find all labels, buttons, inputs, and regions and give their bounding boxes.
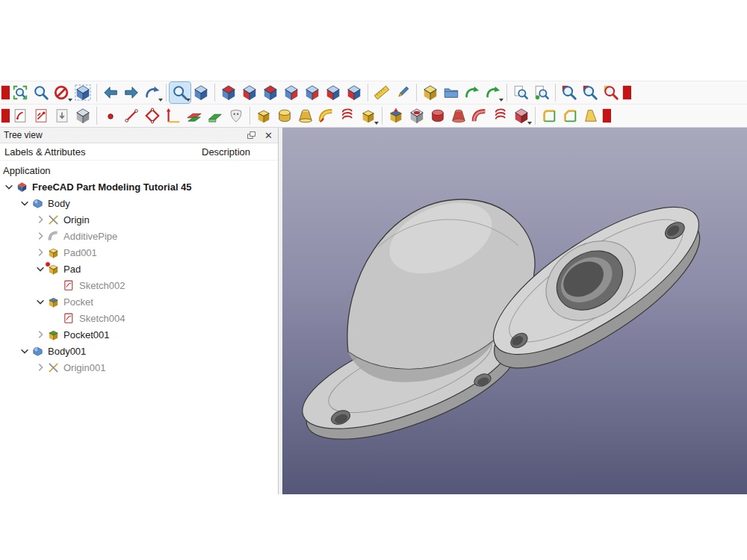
subtractive-pipe-button[interactable] <box>469 105 490 126</box>
column-description[interactable]: Description <box>202 146 250 158</box>
make-link-button[interactable] <box>462 82 483 103</box>
tree-item-body[interactable]: Body <box>0 195 278 211</box>
toolbar-overflow-right-icon <box>622 84 631 101</box>
view-left-button[interactable] <box>344 82 365 103</box>
revolution-button[interactable] <box>274 105 295 126</box>
tree-item-origin[interactable]: Origin <box>0 211 278 228</box>
tree-item-pad[interactable]: Pad <box>0 261 278 277</box>
go-to-linked-object-button[interactable] <box>510 82 531 103</box>
additive-menu-button[interactable] <box>358 105 379 126</box>
expander-closed-icon[interactable] <box>34 230 46 242</box>
create-datum-plane-button[interactable] <box>142 105 163 126</box>
doc-icon <box>16 181 28 193</box>
expander-closed-icon[interactable] <box>34 246 46 258</box>
groove-button[interactable] <box>427 105 448 126</box>
toolbar-overflow-right-2-button[interactable] <box>601 105 611 126</box>
nav-forward-icon <box>123 84 140 101</box>
nav-back-button[interactable] <box>100 82 121 103</box>
additive-loft-button[interactable] <box>295 105 316 126</box>
subtractive-helix-icon <box>492 108 509 124</box>
toolbar-overflow-left-button[interactable] <box>0 82 10 103</box>
additive-pipe-button[interactable] <box>316 105 337 126</box>
tree-item-pad001[interactable]: Pad001 <box>0 244 278 261</box>
expander-open-icon[interactable] <box>34 296 46 308</box>
expander-open-icon[interactable] <box>19 197 31 209</box>
view-right-button[interactable] <box>281 82 302 103</box>
freecad-window: Tree view ✕ Labels & Attributes Descript <box>0 0 747 560</box>
expander-closed-icon[interactable] <box>34 214 46 225</box>
tree-item-sketch004[interactable]: Sketch004 <box>0 310 278 326</box>
nav-forward-button[interactable] <box>121 82 142 103</box>
float-panel-button[interactable] <box>246 130 257 141</box>
pad-button[interactable] <box>253 105 274 126</box>
tree-item-freecad-part-modeling-tutorial-45[interactable]: FreeCAD Part Modeling Tutorial 45 <box>0 178 278 195</box>
chamfer-button[interactable] <box>560 105 580 126</box>
create-sketch-button[interactable] <box>31 105 52 126</box>
tree-item-additivepipe[interactable]: AdditivePipe <box>0 228 278 244</box>
create-body-button[interactable] <box>10 105 31 126</box>
tree-item-body001[interactable]: Body001 <box>0 343 278 359</box>
edit-sketch-button[interactable] <box>52 105 72 126</box>
create-datum-button[interactable] <box>184 105 205 126</box>
view-top-button[interactable] <box>260 82 281 103</box>
create-datum-plane-icon <box>144 108 161 124</box>
hole-button[interactable] <box>406 105 427 126</box>
view-front-button[interactable] <box>239 82 260 103</box>
view-fit-all-button[interactable] <box>10 82 31 103</box>
body-icon <box>31 197 44 210</box>
close-panel-button[interactable]: ✕ <box>263 130 274 141</box>
expander-open-icon[interactable] <box>3 181 15 193</box>
link-navigate-button[interactable] <box>142 82 163 103</box>
go-to-deepest-link-button[interactable] <box>531 82 552 103</box>
toolbar-overflow-right-button[interactable] <box>622 82 631 103</box>
tree-item-pocket[interactable]: Pocket <box>0 293 278 310</box>
map-sketch-to-face-button[interactable] <box>72 105 93 126</box>
measure-distance-button[interactable] <box>371 82 392 103</box>
dropdown-arrow-icon <box>527 122 532 125</box>
toolbar-separator <box>96 107 97 125</box>
pocketg-icon <box>47 329 60 341</box>
subtractive-helix-button[interactable] <box>490 105 511 126</box>
tree-item-application[interactable]: Application <box>0 162 278 178</box>
toolbar-overflow-left-2-button[interactable] <box>0 105 10 126</box>
view-axonometric-button[interactable] <box>218 82 239 103</box>
column-labels-attributes[interactable]: Labels & Attributes <box>0 146 85 158</box>
fillet-button[interactable] <box>539 105 560 126</box>
subtractive-loft-button[interactable] <box>448 105 469 126</box>
tree-item-origin001[interactable]: Origin001 <box>0 359 278 376</box>
annotation-button[interactable] <box>392 82 413 103</box>
select-all-links-button[interactable] <box>601 82 622 103</box>
bottom-whitespace <box>0 494 747 560</box>
pocket-button[interactable] <box>385 105 406 126</box>
create-datum-point-button[interactable] <box>100 105 121 126</box>
draft-button[interactable] <box>580 105 601 126</box>
create-shape-binder-button[interactable] <box>205 105 226 126</box>
3d-viewport[interactable] <box>282 128 747 494</box>
open-folder-button[interactable] <box>441 82 462 103</box>
zoom-region-button[interactable] <box>170 82 190 103</box>
tree-item-pocket001[interactable]: Pocket001 <box>0 326 278 343</box>
draw-style-button[interactable] <box>52 82 72 103</box>
expander-closed-icon[interactable] <box>34 329 46 340</box>
select-linked-final-button[interactable] <box>580 82 601 103</box>
tree-item-sketch002[interactable]: Sketch002 <box>0 277 278 293</box>
view-home-icon <box>193 84 209 101</box>
subtractive-menu-button[interactable] <box>511 105 532 126</box>
additive-helix-button[interactable] <box>337 105 358 126</box>
make-sub-link-button[interactable] <box>420 82 441 103</box>
expander-spacer <box>50 279 62 291</box>
expander-open-icon[interactable] <box>19 345 31 357</box>
create-clone-button[interactable] <box>226 105 247 126</box>
view-rear-button[interactable] <box>302 82 323 103</box>
view-home-button[interactable] <box>190 82 211 103</box>
create-local-cs-button[interactable] <box>163 105 184 126</box>
create-datum-line-button[interactable] <box>121 105 142 126</box>
open-folder-icon <box>443 84 459 101</box>
expander-closed-icon[interactable] <box>34 361 46 373</box>
view-zoom-button[interactable] <box>31 82 52 103</box>
replace-link-button[interactable] <box>483 82 503 103</box>
view-bottom-button[interactable] <box>323 82 344 103</box>
view-top-icon <box>262 84 279 101</box>
view-sync-button[interactable] <box>72 82 93 103</box>
select-linked-object-button[interactable] <box>559 82 580 103</box>
